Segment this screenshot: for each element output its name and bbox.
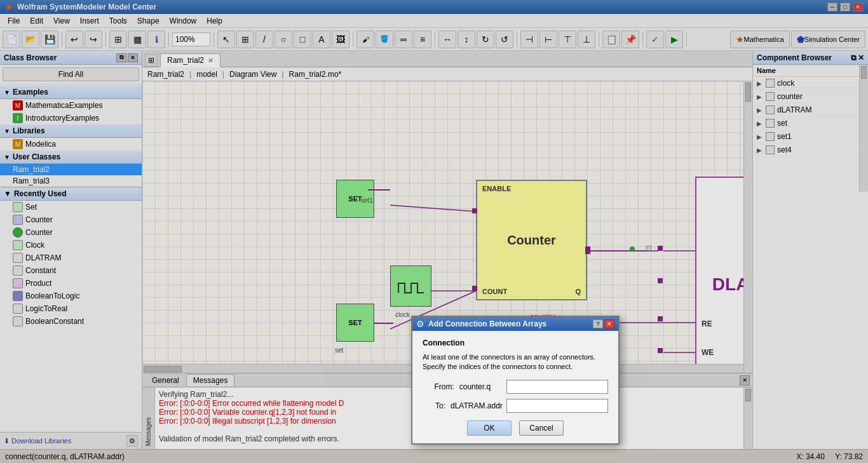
from-name: counter.q xyxy=(459,382,501,391)
from-field-row: From: counter.q xyxy=(423,380,608,394)
add-connection-dialog: ⚙ Add Connection Between Arrays ? ✕ Conn… xyxy=(411,316,620,445)
dialog-buttons: OK Cancel xyxy=(423,420,608,436)
to-field-row: To: dLATRAM.addr xyxy=(423,399,608,413)
dialog-description: At least one of the connectors is an arr… xyxy=(423,352,608,372)
to-label: To: xyxy=(423,401,445,410)
dialog-title-text: Add Connection Between Arrays xyxy=(428,319,593,328)
dialog-close-button[interactable]: ✕ xyxy=(604,319,614,328)
from-input[interactable] xyxy=(506,380,608,394)
to-input[interactable] xyxy=(506,399,608,413)
dialog-titlebar: ⚙ Add Connection Between Arrays ? ✕ xyxy=(412,317,618,331)
dialog-body: Connection At least one of the connector… xyxy=(412,331,618,443)
dialog-overlay: ⚙ Add Connection Between Arrays ? ✕ Conn… xyxy=(0,0,868,463)
dialog-ok-button[interactable]: OK xyxy=(467,420,512,436)
dialog-title-icon: ⚙ xyxy=(416,319,424,329)
dialog-cancel-button[interactable]: Cancel xyxy=(519,420,564,436)
dialog-help-button[interactable]: ? xyxy=(593,319,603,328)
from-label: From: xyxy=(423,382,454,391)
dialog-controls: ? ✕ xyxy=(593,319,614,328)
dialog-section-title: Connection xyxy=(423,339,608,347)
to-name: dLATRAM.addr xyxy=(451,401,501,410)
